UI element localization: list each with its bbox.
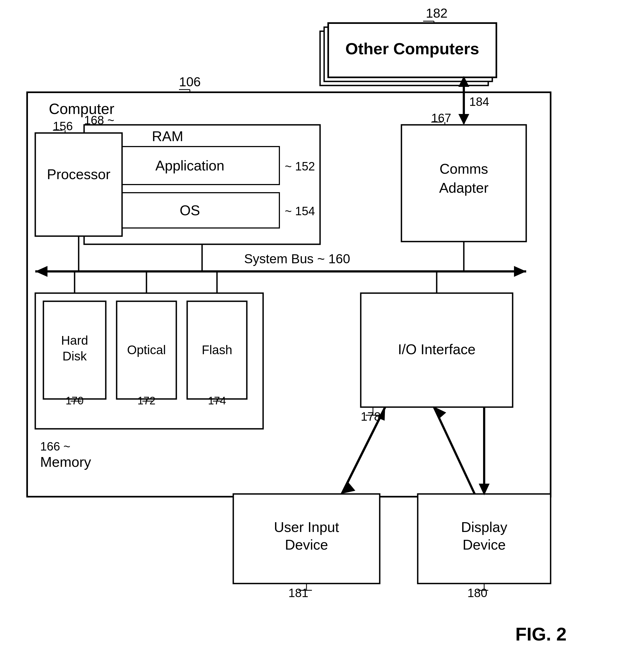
optical-label: Optical bbox=[127, 343, 166, 357]
ref-154: ~ 154 bbox=[285, 205, 315, 218]
flash-label: Flash bbox=[202, 343, 232, 357]
user-input-label2: Device bbox=[285, 537, 328, 553]
hard-disk-label: Hard bbox=[61, 333, 88, 347]
application-label: Application bbox=[155, 158, 224, 173]
ref-168: 168 ~ bbox=[84, 114, 114, 127]
svg-rect-11 bbox=[35, 133, 122, 236]
ref-182: 182 bbox=[426, 6, 448, 20]
display-device-label: Display bbox=[461, 519, 507, 535]
hard-disk-label2: Disk bbox=[62, 349, 87, 363]
fig-label: FIG. 2 bbox=[515, 624, 567, 644]
ref-106: 106 bbox=[179, 75, 201, 89]
memory-label: Memory bbox=[40, 454, 91, 470]
user-input-label: User Input bbox=[274, 519, 339, 535]
io-interface-label: I/O Interface bbox=[398, 341, 476, 357]
system-bus-label: System Bus ~ 160 bbox=[244, 251, 350, 266]
os-label: OS bbox=[180, 202, 200, 218]
other-computers-label: Other Computers bbox=[345, 40, 479, 58]
ref-167: 167 bbox=[431, 111, 451, 125]
comms-adapter-label: Comms bbox=[439, 161, 488, 177]
ref-184: 184 bbox=[469, 95, 489, 108]
ref-166: 166 ~ bbox=[40, 440, 70, 453]
ref-181: 181 bbox=[288, 586, 308, 600]
diagram-container: Other Computers 182 Computer 106 RAM 168… bbox=[0, 0, 629, 672]
processor-label: Processor bbox=[47, 166, 110, 182]
display-device-label2: Device bbox=[463, 537, 506, 553]
comms-adapter-label2: Adapter bbox=[439, 180, 488, 196]
ram-label: RAM bbox=[152, 128, 183, 144]
ref-156: 156 bbox=[53, 119, 73, 133]
ref-152: ~ 152 bbox=[285, 160, 315, 173]
